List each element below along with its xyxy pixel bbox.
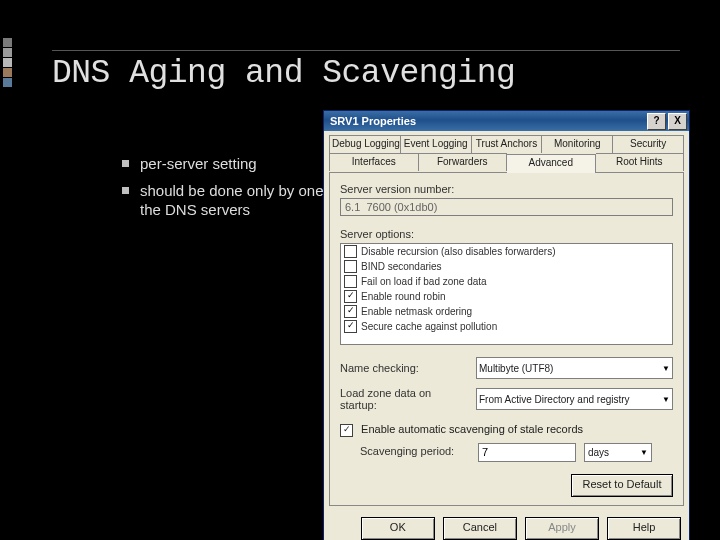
version-label: Server version number: bbox=[340, 183, 673, 195]
cancel-button[interactable]: Cancel bbox=[443, 517, 517, 540]
checkbox-icon[interactable]: ✓ bbox=[344, 305, 357, 318]
scavenge-period-input[interactable] bbox=[478, 443, 576, 462]
load-zone-select[interactable]: From Active Directory and registry ▼ bbox=[476, 388, 673, 410]
tab-monitoring[interactable]: Monitoring bbox=[542, 135, 613, 153]
server-options-label: Server options: bbox=[340, 228, 673, 240]
scavenge-check-row[interactable]: ✓ Enable automatic scavenging of stale r… bbox=[340, 423, 673, 437]
select-value: From Active Directory and registry bbox=[479, 394, 630, 405]
checkbox-icon[interactable]: ✓ bbox=[340, 424, 353, 437]
tab-security[interactable]: Security bbox=[613, 135, 684, 153]
tab-forwarders[interactable]: Forwarders bbox=[419, 153, 508, 171]
checkbox-icon[interactable] bbox=[344, 275, 357, 288]
chevron-down-icon: ▼ bbox=[640, 448, 648, 457]
properties-dialog: SRV1 Properties ? X Debug Logging Event … bbox=[323, 110, 690, 540]
option-disable-recursion[interactable]: Disable recursion (also disables forward… bbox=[341, 244, 672, 259]
scavenge-period-label: Scavenging period: bbox=[360, 445, 470, 457]
tab-root-hints[interactable]: Root Hints bbox=[596, 153, 685, 171]
tab-interfaces[interactable]: Interfaces bbox=[329, 153, 419, 171]
option-netmask-ordering[interactable]: ✓Enable netmask ordering bbox=[341, 304, 672, 319]
scavenge-unit-select[interactable]: days ▼ bbox=[584, 443, 652, 462]
help-button[interactable]: Help bbox=[607, 517, 681, 540]
checkbox-icon[interactable] bbox=[344, 260, 357, 273]
panel-advanced: Server version number: Server options: D… bbox=[329, 172, 684, 506]
window-title: SRV1 Properties bbox=[330, 115, 645, 127]
chevron-down-icon: ▼ bbox=[662, 395, 670, 404]
titlebar[interactable]: SRV1 Properties ? X bbox=[324, 111, 689, 131]
option-label: BIND secondaries bbox=[361, 261, 442, 272]
version-field bbox=[340, 198, 673, 216]
title-rule bbox=[52, 50, 680, 51]
server-options-list[interactable]: Disable recursion (also disables forward… bbox=[340, 243, 673, 345]
chevron-down-icon: ▼ bbox=[662, 364, 670, 373]
tab-trust-anchors[interactable]: Trust Anchors bbox=[472, 135, 543, 153]
option-round-robin[interactable]: ✓Enable round robin bbox=[341, 289, 672, 304]
name-checking-select[interactable]: Multibyte (UTF8) ▼ bbox=[476, 357, 673, 379]
tab-event-logging[interactable]: Event Logging bbox=[401, 135, 472, 153]
checkbox-icon[interactable]: ✓ bbox=[344, 320, 357, 333]
ok-button[interactable]: OK bbox=[361, 517, 435, 540]
option-fail-on-load[interactable]: Fail on load if bad zone data bbox=[341, 274, 672, 289]
select-value: days bbox=[588, 447, 609, 458]
apply-button[interactable]: Apply bbox=[525, 517, 599, 540]
option-label: Enable round robin bbox=[361, 291, 446, 302]
slide-accent bbox=[3, 38, 12, 88]
tab-debug-logging[interactable]: Debug Logging bbox=[329, 135, 401, 153]
select-value: Multibyte (UTF8) bbox=[479, 363, 553, 374]
reset-default-button[interactable]: Reset to Default bbox=[571, 474, 673, 497]
option-bind-secondaries[interactable]: BIND secondaries bbox=[341, 259, 672, 274]
scavenge-check-label: Enable automatic scavenging of stale rec… bbox=[361, 423, 583, 435]
close-icon[interactable]: X bbox=[668, 113, 687, 130]
option-label: Enable netmask ordering bbox=[361, 306, 472, 317]
load-zone-label: Load zone data on startup: bbox=[340, 387, 470, 411]
checkbox-icon[interactable] bbox=[344, 245, 357, 258]
slide-title: DNS Aging and Scavenging bbox=[52, 55, 515, 92]
tab-advanced[interactable]: Advanced bbox=[507, 154, 596, 173]
option-label: Fail on load if bad zone data bbox=[361, 276, 487, 287]
option-secure-cache[interactable]: ✓Secure cache against pollution bbox=[341, 319, 672, 334]
option-label: Secure cache against pollution bbox=[361, 321, 497, 332]
help-icon[interactable]: ? bbox=[647, 113, 666, 130]
option-label: Disable recursion (also disables forward… bbox=[361, 246, 556, 257]
checkbox-icon[interactable]: ✓ bbox=[344, 290, 357, 303]
dialog-buttons: OK Cancel Apply Help bbox=[324, 511, 689, 540]
name-checking-label: Name checking: bbox=[340, 362, 470, 374]
